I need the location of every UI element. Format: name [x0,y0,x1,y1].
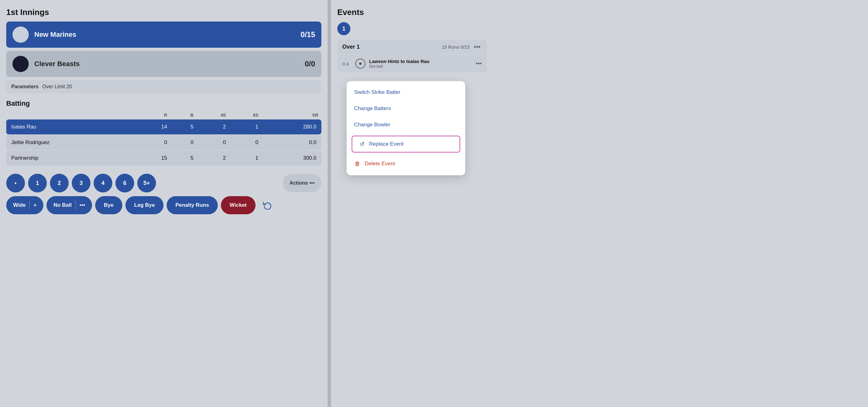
extra-buttons-row: Wide + No Ball ••• Bye Leg Bye Penalty R… [6,196,321,214]
five-plus-runs-button[interactable]: 5+ [137,174,156,192]
replace-icon: ↺ [359,140,365,148]
event-players: Lawson Hintz to Isaias Rau [369,59,472,64]
wide-plus-icon: + [33,202,36,208]
switch-strike-batter-button[interactable]: Switch Strike Batter [347,84,465,100]
replace-event-label: Replace Event [369,141,404,147]
scrollbar-divider [328,0,331,407]
event-over-number: 0.4 [342,61,352,66]
col-b: B [170,111,196,119]
col-6s: 6S [229,111,261,119]
change-bowler-label: Change Bowler [354,122,390,128]
batter-name: Isaias Rau [6,120,136,134]
two-runs-button[interactable]: 2 [50,174,69,192]
col-r: R [136,111,170,119]
batter-b: 5 [170,120,196,134]
parameters-label: Parameters [11,84,38,89]
no-ball-dots-icon: ••• [80,202,85,208]
batter-name: Partnership [6,151,136,166]
team-score-clever-beasts: 0/0 [305,60,315,68]
team-card-new-marines: New Marines 0/15 [6,22,321,48]
team-card-clever-beasts: Clever Beasts 0/0 [6,51,321,77]
batter-4s: 2 [196,120,229,134]
batter-4s: 2 [196,151,229,166]
ball-icon [355,59,365,69]
delete-icon: 🗑 [354,160,361,167]
penalty-runs-button[interactable]: Penalty Runs [166,196,218,214]
one-run-button[interactable]: 1 [28,174,47,192]
batter-6s: 1 [229,120,261,134]
batter-sr: 300.0 [261,151,321,166]
col-4s: 4S [196,111,229,119]
col-sr: SR [261,111,321,119]
over-header: Over 1 15 Runs 0/15 ••• [337,40,487,54]
team-name-new-marines: New Marines [34,31,301,39]
team-name-clever-beasts: Clever Beasts [34,60,305,68]
over-menu-button[interactable]: ••• [473,43,482,51]
no-ball-divider [75,201,76,210]
actions-button[interactable]: Actions ••• [283,174,321,192]
event-info: Lawson Hintz to Isaias Rau Dot ball [369,59,472,69]
replace-event-button[interactable]: ↺ Replace Event [352,136,460,153]
batting-table: R B 4S 6S SR Isaias Rau 14 5 2 1 280.0 J… [6,111,321,166]
over-meta: 15 Runs 0/15 ••• [442,43,482,51]
no-ball-button[interactable]: No Ball ••• [46,196,92,214]
over-meta-text: 15 Runs 0/15 [442,44,470,50]
col-player [6,111,136,119]
batting-title: Batting [6,99,321,107]
batting-row: Jettie Rodriguez 0 0 0 0 0.0 [6,135,321,150]
batter-r: 14 [136,120,170,134]
scoring-area: • 1 2 3 4 6 5+ Actions ••• Wide + No Bal… [6,174,321,214]
no-ball-label: No Ball [53,202,72,208]
team-avatar-new-marines [12,27,29,43]
right-panel: Events 1 Over 1 15 Runs 0/15 ••• 0.4 Law… [331,0,493,407]
batter-r: 15 [136,151,170,166]
six-runs-button[interactable]: 6 [116,174,134,192]
batter-r: 0 [136,135,170,150]
dot-ball-button[interactable]: • [6,174,25,192]
bye-button[interactable]: Bye [95,196,122,214]
delete-event-button[interactable]: 🗑 Delete Event [347,155,465,172]
wide-label: Wide [13,202,26,208]
over-label: Over 1 [342,44,360,50]
four-runs-button[interactable]: 4 [94,174,112,192]
batter-b: 5 [170,151,196,166]
event-menu-button[interactable]: ••• [476,61,482,67]
batting-header-row: R B 4S 6S SR [6,111,321,119]
three-runs-button[interactable]: 3 [72,174,91,192]
switch-strike-label: Switch Strike Batter [354,89,400,95]
ball-dot [359,62,362,65]
wide-button[interactable]: Wide + [6,196,43,214]
main-panel: 1st Innings New Marines 0/15 Clever Beas… [0,0,328,407]
team-score-new-marines: 0/15 [301,30,315,39]
context-menu: Switch Strike Batter Change Batters Chan… [347,81,465,175]
event-row: 0.4 Lawson Hintz to Isaias Rau Dot ball … [337,55,487,72]
batting-row: Partnership 15 5 2 1 300.0 [6,151,321,166]
menu-separator-2 [347,154,465,154]
undo-icon [263,201,272,210]
events-title: Events [337,7,487,17]
leg-bye-button[interactable]: Leg Bye [125,196,163,214]
innings-title: 1st Innings [6,7,321,17]
undo-button[interactable] [259,196,276,214]
parameters-value: Over Limit 20 [42,84,72,89]
batter-b: 0 [170,135,196,150]
change-batters-label: Change Batters [354,105,391,112]
over-badge: 1 [337,22,350,35]
wide-divider [29,201,30,210]
batting-row: Isaias Rau 14 5 2 1 280.0 [6,120,321,134]
run-buttons-row: • 1 2 3 4 6 5+ Actions ••• [6,174,321,192]
wicket-button[interactable]: Wicket [221,196,255,214]
menu-separator-1 [347,134,465,134]
batter-sr: 280.0 [261,120,321,134]
parameters-bar: Parameters Over Limit 20 [6,80,321,93]
event-description: Dot ball [369,64,472,69]
delete-event-label: Delete Event [365,161,395,167]
change-bowler-button[interactable]: Change Bowler [347,117,465,133]
batter-6s: 0 [229,135,261,150]
batter-name: Jettie Rodriguez [6,135,136,150]
batter-4s: 0 [196,135,229,150]
team-avatar-clever-beasts [12,56,29,72]
batter-sr: 0.0 [261,135,321,150]
batter-6s: 1 [229,151,261,166]
change-batters-button[interactable]: Change Batters [347,100,465,117]
